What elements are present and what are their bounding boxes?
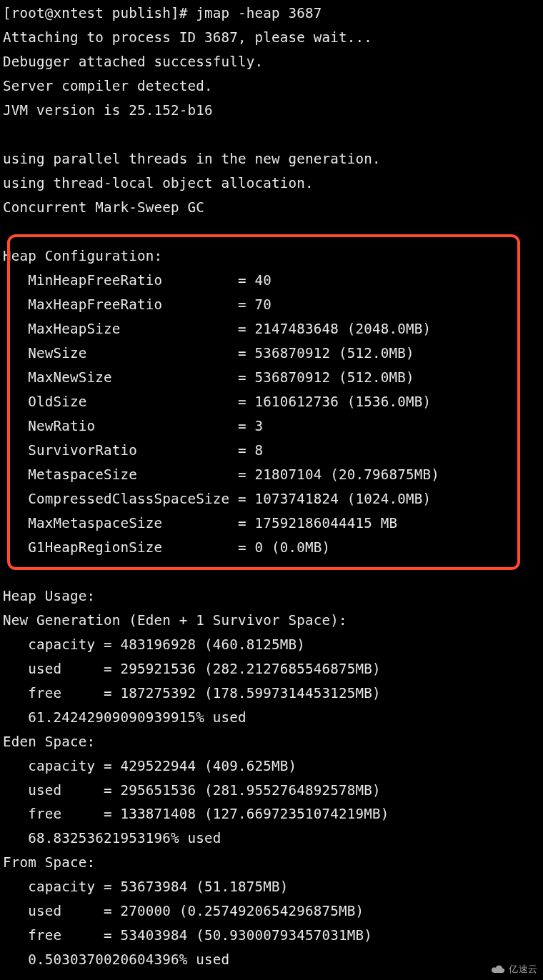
terminal-line: NewSize = 536870912 (512.0MB) [3,341,540,366]
terminal-line: capacity = 53673984 (51.1875MB) [3,875,540,899]
terminal-line: free = 133871408 (127.66972351074219MB) [3,802,540,826]
cloud-icon [490,964,506,975]
terminal-line: MinHeapFreeRatio = 40 [3,269,540,293]
terminal-line [3,220,540,244]
terminal-line: Server compiler detected. [3,74,540,99]
watermark-text: 亿速云 [509,961,537,977]
terminal-line: Heap Configuration: [3,244,540,269]
terminal-line: JVM version is 25.152-b16 [3,99,540,123]
terminal-line: Debugger attached successfully. [3,50,540,74]
terminal-line: SurvivorRatio = 8 [3,439,540,463]
terminal-line: used = 295921536 (282.2127685546875MB) [3,657,540,681]
terminal-line: G1HeapRegionSize = 0 (0.0MB) [3,536,540,560]
terminal-line: CompressedClassSpaceSize = 1073741824 (1… [3,487,540,511]
watermark: 亿速云 [490,961,537,977]
terminal-output: [root@xntest publish]# jmap -heap 3687At… [3,1,540,972]
terminal-line [3,123,540,147]
terminal-line: [root@xntest publish]# jmap -heap 3687 [3,1,540,26]
terminal-line: OldSize = 1610612736 (1536.0MB) [3,390,540,414]
terminal-line: From Space: [3,851,540,875]
terminal-line [3,560,540,584]
terminal-line: using thread-local object allocation. [3,171,540,196]
terminal-line: used = 295651536 (281.9552764892578MB) [3,779,540,803]
terminal-line: MaxHeapSize = 2147483648 (2048.0MB) [3,317,540,341]
terminal-line: 0.5030370020604396% used [3,948,540,972]
terminal-line: 61.24242909090939915% used [3,706,540,730]
terminal-line: Heap Usage: [3,584,540,609]
terminal-line: New Generation (Eden + 1 Survivor Space)… [3,609,540,633]
terminal-line: free = 53403984 (50.93000793457031MB) [3,924,540,948]
terminal-line: MetaspaceSize = 21807104 (20.796875MB) [3,463,540,487]
terminal-line: Concurrent Mark-Sweep GC [3,196,540,220]
terminal-line: Eden Space: [3,730,540,754]
terminal-line: MaxMetaspaceSize = 17592186044415 MB [3,511,540,536]
terminal-line: NewRatio = 3 [3,414,540,439]
terminal-line: MaxNewSize = 536870912 (512.0MB) [3,366,540,390]
terminal-line: MaxHeapFreeRatio = 70 [3,293,540,317]
terminal-line: Attaching to process ID 3687, please wai… [3,26,540,50]
terminal-line: using parallel threads in the new genera… [3,147,540,171]
terminal-line: 68.83253621953196% used [3,826,540,851]
terminal-line: used = 270000 (0.2574920654296875MB) [3,899,540,924]
terminal-line: free = 187275392 (178.5997314453125MB) [3,681,540,706]
terminal-line: capacity = 429522944 (409.625MB) [3,754,540,779]
terminal-line: capacity = 483196928 (460.8125MB) [3,633,540,657]
